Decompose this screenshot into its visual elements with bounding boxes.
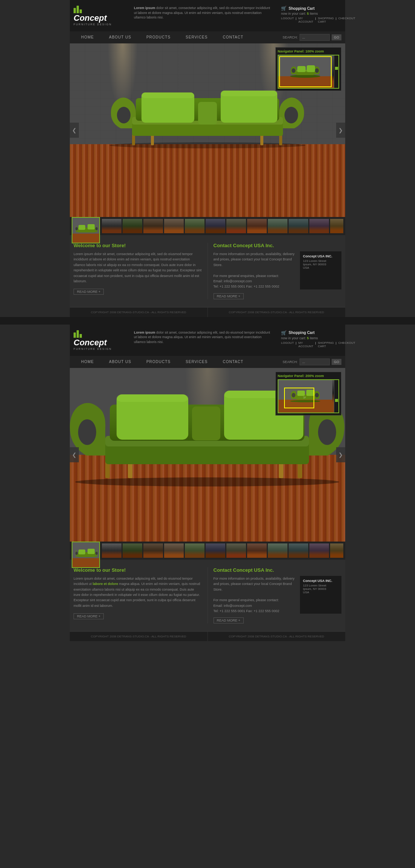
- footer-right-2: COPYRIGHT 2008 DETRANS-STUDIO.CA - ALL R…: [208, 631, 346, 641]
- nav-about-2[interactable]: ABOUT US: [101, 356, 139, 368]
- nav-products-2[interactable]: PRODUCTS: [139, 356, 178, 368]
- logo-bar-6: [80, 334, 82, 338]
- contact-read-more-button-2[interactable]: READ MORE +: [214, 617, 244, 623]
- thumb-2-3[interactable]: [143, 543, 163, 558]
- cart-links-2[interactable]: LOGOUT | MY ACCOUNT | SHOPPING CART | CH…: [281, 341, 341, 348]
- thumb-5[interactable]: [185, 219, 204, 233]
- thumb-2-8[interactable]: [247, 543, 267, 558]
- nav-products[interactable]: PRODUCTS: [139, 31, 178, 43]
- footer-right: COPYRIGHT 2008 DETRANS-STUDIO.CA - ALL R…: [208, 307, 346, 317]
- svg-rect-28: [72, 234, 100, 243]
- navigator-panel-2: Navigator Panel: 200% zoom: [275, 372, 341, 416]
- svg-point-6: [284, 107, 298, 123]
- active-thumb-inner: [72, 218, 99, 243]
- thumb-11[interactable]: [309, 219, 329, 233]
- navigator-thumbnail[interactable]: [278, 55, 339, 89]
- welcome-text: Lorem ipsum dolor sit amet, consectetur …: [74, 251, 202, 284]
- search-input-2[interactable]: [300, 359, 330, 365]
- read-more-button-2[interactable]: READ MORE +: [74, 613, 104, 619]
- shopping-cart-link[interactable]: SHOPPING CART: [318, 17, 334, 23]
- navigator-zoom-value-2: 200%: [306, 374, 314, 378]
- my-account-link[interactable]: MY ACCOUNT: [298, 17, 314, 23]
- zoom-scrollbar[interactable]: [334, 55, 338, 88]
- nav-links-2: HOME ABOUT US PRODUCTS SERVICES CONTACT: [74, 356, 283, 368]
- contact-address-2: 123 Lorem Street Ipsum, NY 00003 USA: [303, 584, 338, 594]
- svg-rect-47: [117, 394, 188, 402]
- nav-contact[interactable]: CONTACT: [215, 31, 251, 43]
- contact-read-more-button[interactable]: READ MORE +: [214, 293, 244, 299]
- thumb-2-7[interactable]: [226, 543, 246, 558]
- thumb-2-4[interactable]: [164, 543, 184, 558]
- thumb-2-6[interactable]: [206, 543, 225, 558]
- thumb-1[interactable]: [102, 219, 121, 233]
- footer-left-2: COPYRIGHT 2008 DETRANS-STUDIO.CA - ALL R…: [70, 631, 208, 641]
- thumb-2-5[interactable]: [185, 543, 204, 558]
- main-slider-2: Navigator Panel: 200% zoom: [70, 368, 345, 542]
- slider-prev-button-2[interactable]: ❮: [70, 447, 79, 462]
- zoom-handle-2[interactable]: [335, 399, 338, 402]
- thumb-2-11[interactable]: [309, 543, 329, 558]
- thumb-2-9[interactable]: [268, 543, 287, 558]
- contact-phone: Tel: +1 222 555 0001 Fax: +1 222 555 000…: [214, 284, 297, 289]
- contact-title-2: Contact Concept USA Inc.: [214, 567, 342, 573]
- search-input[interactable]: [300, 34, 330, 41]
- active-thumbnail-large-2[interactable]: [72, 542, 100, 568]
- svg-point-34: [75, 477, 339, 486]
- thumbnail-strip-wrapper: [70, 217, 345, 235]
- thumb-9[interactable]: [268, 219, 287, 233]
- navigation: HOME ABOUT US PRODUCTS SERVICES CONTACT …: [70, 31, 345, 43]
- tagline-bold: Lorem ipsum: [134, 6, 155, 10]
- thumb-4[interactable]: [164, 219, 184, 233]
- contact-intro: For more information on products, availa…: [214, 251, 297, 268]
- thumb-2[interactable]: [123, 219, 142, 233]
- zoom-handle[interactable]: [335, 67, 338, 70]
- my-account-link-2[interactable]: MY ACCOUNT: [298, 341, 314, 348]
- search-button[interactable]: GO: [332, 34, 341, 40]
- slider-next-button-2[interactable]: ❯: [336, 447, 345, 462]
- thumb-2-2[interactable]: [123, 543, 142, 558]
- thumb-2-1[interactable]: [102, 543, 121, 558]
- contact-card: Concept USA INC. 123 Lorem Street Ipsum,…: [300, 251, 341, 289]
- svg-rect-26: [307, 65, 315, 72]
- contact-text-2: For more information on products, availa…: [214, 576, 297, 614]
- cart-links[interactable]: LOGOUT | MY ACCOUNT | SHOPPING CART | CH…: [281, 17, 341, 23]
- nav-services-2[interactable]: SERVICES: [178, 356, 215, 368]
- contact-section-2: Contact Concept USA Inc. For more inform…: [208, 567, 342, 624]
- thumbnail-strip-2: [72, 543, 343, 558]
- thumb-7[interactable]: [226, 219, 246, 233]
- thumb-2-10[interactable]: [289, 543, 308, 558]
- logo-sub: FURNITURE DESIGN: [74, 23, 126, 26]
- search-area: Search: GO: [283, 34, 341, 41]
- logo-area-2: Concept FURNITURE DESIGN: [70, 328, 130, 352]
- thumb-8[interactable]: [247, 219, 267, 233]
- thumb-6[interactable]: [206, 219, 225, 233]
- thumb-2-12[interactable]: [330, 543, 343, 558]
- nav-contact-2[interactable]: CONTACT: [215, 356, 251, 368]
- checkout-link-2[interactable]: CHECKOUT: [338, 341, 355, 348]
- read-more-button[interactable]: READ MORE +: [74, 289, 104, 295]
- navigator-thumbnail-2[interactable]: ☞: [278, 379, 339, 413]
- nav-home[interactable]: HOME: [74, 31, 101, 43]
- search-button-2[interactable]: GO: [332, 359, 341, 365]
- header-cart: 🛒 Shopping Cart now in your cart: 5 item…: [277, 4, 345, 25]
- thumb-10[interactable]: [289, 219, 308, 233]
- nav-about[interactable]: ABOUT US: [101, 31, 139, 43]
- slider-prev-button[interactable]: ❮: [70, 123, 79, 138]
- nav-services[interactable]: SERVICES: [178, 31, 215, 43]
- slider-next-button[interactable]: ❯: [336, 123, 345, 138]
- svg-point-40: [318, 419, 336, 445]
- checkout-link[interactable]: CHECKOUT: [338, 17, 355, 23]
- logout-link-2[interactable]: LOGOUT: [281, 341, 294, 348]
- active-thumbnail-large[interactable]: [72, 217, 100, 243]
- cart-header: 🛒 Shopping Cart: [281, 6, 341, 11]
- logout-link[interactable]: LOGOUT: [281, 17, 294, 23]
- navigator-panel: Navigator Panel: 100% zoom: [275, 47, 341, 91]
- cart-icon-2: 🛒: [281, 330, 287, 336]
- nav-home-2[interactable]: HOME: [74, 356, 101, 368]
- thumb-12[interactable]: [330, 219, 343, 233]
- zoom-scrollbar-2[interactable]: [334, 380, 338, 412]
- contact-general-2: For more general enquiries, please conta…: [214, 597, 297, 603]
- logo-bar-4: [74, 332, 76, 338]
- thumb-3[interactable]: [143, 219, 163, 233]
- shopping-cart-link-2[interactable]: SHOPPING CART: [318, 341, 334, 348]
